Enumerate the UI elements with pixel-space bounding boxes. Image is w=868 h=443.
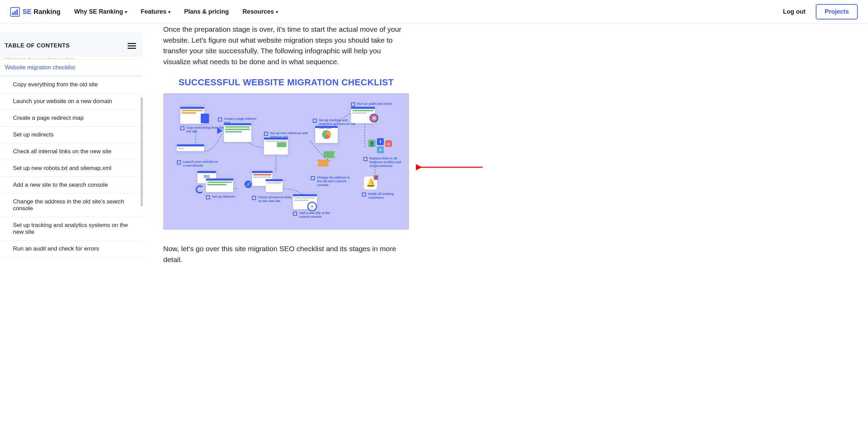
logo[interactable]: SE Ranking [10,7,60,17]
instagram-icon: ◎ [385,140,392,147]
toc-item[interactable]: Set up tracking and analytics systems on… [0,217,143,241]
mini-window [264,138,288,155]
annotation-arrow-icon [416,162,484,172]
toc-item[interactable]: Set up new robots.txt and sitemap.xml [0,160,143,177]
article-content: Once the preparation stage is over, it's… [143,24,423,289]
toc-item[interactable]: Change the address in the old site's sea… [0,194,143,217]
main-header: SE Ranking Why SE Ranking▾ Features▾ Pla… [0,0,868,24]
link-icon: 🔗 [244,181,252,188]
mini-window: www... [177,144,204,151]
logout-link[interactable]: Log out [783,8,806,15]
logo-icon [10,7,20,17]
toc-item[interactable]: Copy everything from the old site [0,76,143,93]
step-robots: Set up new robots.txt and sitemap.xml [264,131,308,139]
chevron-down-icon: ▾ [276,10,278,14]
nav-plans[interactable]: Plans & pricing [184,8,229,15]
intro-paragraph: Once the preparation stage is over, it's… [163,24,409,67]
nav-resources[interactable]: Resources▾ [242,8,278,15]
notification-badge-icon: 👤 [374,175,378,180]
telegram-icon: ➤ [377,146,384,153]
step-redirect-map: Create a page redirect map [218,117,262,125]
toc-header: TABLE OF CONTENTS [0,32,143,56]
toc-item[interactable]: Checking the new domain first [0,56,143,59]
step-add-console: Add a new site to the search console [293,211,337,219]
mini-window [224,123,251,142]
step-change-addr: Change the address in the old site's sea… [311,176,354,187]
toc-item[interactable]: Run an audit and check for errors [0,241,143,257]
toc-item[interactable]: Set up redirects [0,127,143,143]
user-icon: 👤 [368,140,376,147]
step-audit: Run an audit and check for errors [351,102,395,110]
toc-item[interactable]: Create a page redirect map [0,110,143,127]
step-launch: Launch your website on a new domain [177,160,221,168]
mini-window [201,114,209,123]
toc-item-active[interactable]: Website migration checklist [0,59,143,76]
step-replace-links: Replace links in all business profiles a… [363,157,407,168]
chevron-down-icon: ▾ [125,10,127,14]
step-redirects: Set up redirects [206,195,235,199]
step-tracking: Set up tracking and analytics systems on… [313,118,356,129]
mini-window [206,178,233,192]
outro-paragraph: Now, let's go over this site migration S… [163,243,409,265]
step-check-links: Check all internal links on the new site [252,196,296,203]
toc-item[interactable]: Add a new site to the search console [0,177,143,194]
toc-item[interactable]: Check all internal links on the new site [0,143,143,160]
projects-button[interactable]: Projects [816,4,858,19]
toc-title: TABLE OF CONTENTS [5,42,70,49]
header-right: Log out Projects [783,4,858,19]
mini-window [266,179,283,192]
logo-text: SE Ranking [23,8,60,16]
arrow-icon [217,127,223,134]
toc-toggle-icon[interactable] [128,43,136,49]
chevron-down-icon: ▾ [168,10,170,14]
nav-features[interactable]: Features▾ [141,8,170,15]
nav-why[interactable]: Why SE Ranking▾ [74,8,127,15]
facebook-icon: f [377,138,384,145]
toc-list[interactable]: Checking the new domain first Website mi… [0,56,143,257]
infographic-title: SUCCESSFUL WEBSITE MIGRATION CHECKLIST [163,77,409,88]
step-notify: Notify all existing customers [362,192,406,200]
error-magnify-icon: ✕ [369,114,378,123]
toc-item[interactable]: Launch your website on a new domain [0,93,143,110]
magnify-plus-icon: + [307,202,317,211]
toc-sidebar: TABLE OF CONTENTS Checking the new domai… [0,24,143,289]
main-nav: Why SE Ranking▾ Features▾ Plans & pricin… [74,8,278,15]
infographic: Copy everything from the old site www...… [163,93,409,230]
pie-icon [322,130,331,139]
refresh-icon [196,185,204,194]
